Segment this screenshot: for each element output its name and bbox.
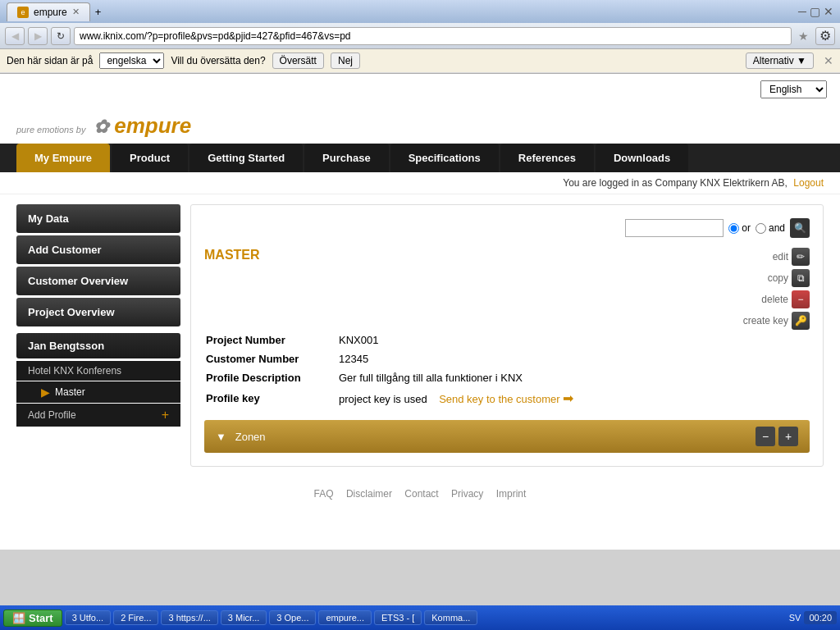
nav-my-empure[interactable]: My Empure [16,144,110,172]
nav-purchase[interactable]: Purchase [304,144,389,172]
browser-tab[interactable]: e empure ✕ [7,2,90,21]
search-row: or and 🔍 [204,218,810,238]
search-button[interactable]: 🔍 [790,218,810,238]
login-bar: You are logged in as Company KNX Elektri… [0,172,840,194]
maximize-button[interactable]: ▢ [810,5,820,18]
address-bar[interactable] [74,27,792,45]
logo-brand: ✿ empure [94,113,191,138]
profile-desc-label: Profile Description [206,369,337,386]
edit-link[interactable]: edit ✏ [773,248,810,266]
nav-getting-started[interactable]: Getting Started [189,144,303,172]
footer-disclaimer[interactable]: Disclaimer [346,488,392,500]
translate-question: Vill du översätta den? [171,55,265,66]
settings-button[interactable]: ⚙ [815,27,835,45]
customer-number-value: 12345 [339,350,808,368]
edit-icon-btn: ✏ [792,248,810,266]
project-number-label: Project Number [206,331,337,349]
login-text: You are logged in as Company KNX Elektri… [563,177,788,189]
info-table: Project Number KNX001 Customer Number 12… [204,330,810,410]
action-buttons: edit ✏ copy ⧉ delete − create key 🔑 [743,248,810,330]
alt-options-button[interactable]: Alternativ ▼ [746,52,814,69]
zonen-plus-button[interactable]: + [778,427,798,446]
main-nav: My Empure Product Getting Started Purcha… [0,144,840,172]
copy-label: copy [768,272,788,284]
profile-active[interactable]: ▶ Master [16,381,180,403]
bookmark-icon[interactable]: ★ [795,30,812,43]
nav-specifications[interactable]: Specifications [390,144,499,172]
create-key-icon-btn: 🔑 [792,312,810,330]
plus-icon: + [162,408,169,422]
profile-key-label: Profile key [206,388,337,409]
translate-lang-select[interactable]: engelska [99,52,164,69]
page-inner: English Svenska Deutsch Français pure em… [0,74,840,550]
tab-title: empure [34,7,67,18]
zonen-minus-button[interactable]: − [756,427,775,446]
reload-button[interactable]: ↻ [51,27,71,45]
profile-desc-row: Profile Description Ger full tillgång ti… [206,369,808,386]
title-bar: e empure ✕ + ─ ▢ ✕ [0,0,840,23]
translate-prompt: Den här sidan är på [7,55,93,66]
customer-name[interactable]: Jan Bengtsson [16,333,180,358]
customer-overview-button[interactable]: Customer Overview [16,267,180,295]
language-bar: English Svenska Deutsch Français [0,74,840,105]
close-translate-bar[interactable]: ✕ [824,54,833,67]
language-select[interactable]: English Svenska Deutsch Français [760,80,827,98]
logo-area: pure emotions by ✿ empure [0,105,840,144]
and-radio[interactable] [756,223,766,234]
profile-desc-value: Ger full tillgång till alla funktioner i… [339,369,808,386]
create-key-label: create key [743,315,788,326]
no-translate-button[interactable]: Nej [331,52,360,69]
delete-label: delete [761,294,788,305]
arrow-right-icon: ▶ [41,386,50,399]
add-profile-label: Add Profile [28,409,76,421]
add-customer-button[interactable]: Add Customer [16,235,180,264]
customer-section: Jan Bengtsson Hotel KNX Konferens ▶ Mast… [16,333,180,427]
sidebar: My Data Add Customer Customer Overview P… [16,204,180,467]
minimize-button[interactable]: ─ [798,5,806,18]
footer-faq[interactable]: FAQ [314,488,334,500]
logout-link[interactable]: Logout [793,177,824,189]
tab-favicon: e [17,7,29,18]
add-profile-button[interactable]: Add Profile + [16,404,180,427]
my-data-button[interactable]: My Data [16,204,180,233]
or-radio-label: or [728,222,751,234]
address-input[interactable] [80,30,786,42]
zonen-controls: − + [756,427,798,446]
footer-privacy[interactable]: Privacy [451,488,483,500]
page-footer: FAQ Disclaimer Contact Privacy Imprint [0,477,840,511]
search-input[interactable] [625,219,724,237]
and-radio-label: and [756,222,785,234]
copy-icon-btn: ⧉ [792,269,810,287]
send-key-link[interactable]: Send key to the customer [439,393,559,405]
project-name[interactable]: Hotel KNX Konferens [16,361,180,381]
create-key-link[interactable]: create key 🔑 [743,312,810,330]
close-button[interactable]: ✕ [824,5,833,18]
browser-nav-bar: ◀ ▶ ↻ ★ ⚙ [0,23,840,49]
zonen-bar: ▼ Zonen − + [204,420,810,453]
main-layout: My Data Add Customer Customer Overview P… [0,194,840,477]
translate-button[interactable]: Översätt [272,52,324,69]
copy-link[interactable]: copy ⧉ [768,269,810,287]
nav-downloads[interactable]: Downloads [596,144,688,172]
profile-key-value: project key is used Send key to the cust… [339,388,808,409]
back-button[interactable]: ◀ [5,27,25,45]
project-number-value: KNX001 [339,331,808,349]
edit-label: edit [773,251,788,262]
project-number-row: Project Number KNX001 [206,331,808,349]
tab-close-button[interactable]: ✕ [72,7,80,17]
new-tab-button[interactable]: + [95,6,102,18]
nav-product[interactable]: Product [112,144,188,172]
translate-bar: Den här sidan är på engelska Vill du öve… [0,49,840,73]
logo-e-icon: ✿ [94,116,108,137]
or-radio[interactable] [728,223,739,234]
delete-link[interactable]: delete − [761,290,810,308]
nav-references[interactable]: References [500,144,594,172]
master-title: MASTER [204,248,810,262]
logo-tagline: pure emotions by [16,125,85,135]
footer-contact[interactable]: Contact [404,488,438,500]
project-overview-button[interactable]: Project Overview [16,298,180,326]
forward-button[interactable]: ▶ [28,27,48,45]
profile-name: Master [55,386,85,398]
footer-imprint[interactable]: Imprint [496,488,527,500]
customer-number-label: Customer Number [206,350,337,368]
